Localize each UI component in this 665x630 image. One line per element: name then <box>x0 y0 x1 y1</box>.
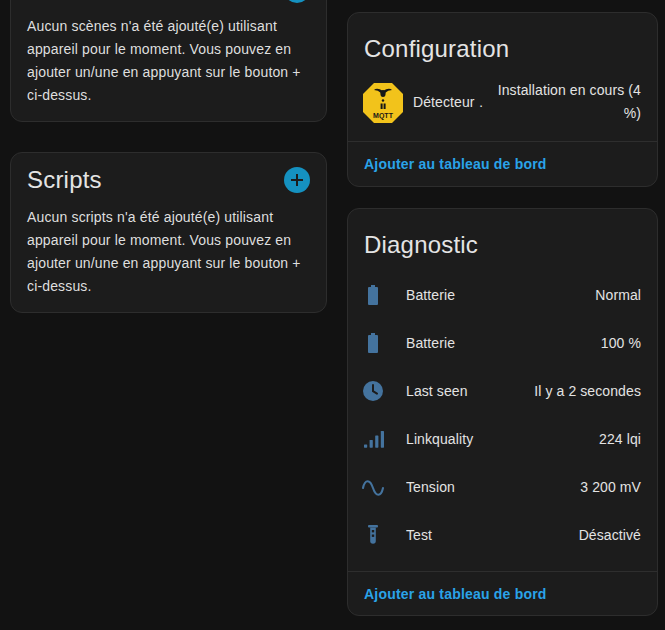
entity-value: 224 lqi <box>599 428 641 451</box>
signal-icon <box>361 427 385 451</box>
add-to-dashboard-link[interactable]: Ajouter au tableau de bord <box>364 586 547 602</box>
entity-label: Batterie <box>406 287 595 303</box>
battery-icon <box>361 283 385 307</box>
diagnostic-rows: Batterie Normal Batterie 100 % Last seen <box>348 271 657 559</box>
add-to-dashboard-link[interactable]: Ajouter au tableau de bord <box>364 156 547 172</box>
entity-label: Batterie <box>406 335 601 351</box>
scripts-card-header: Scripts <box>11 153 326 194</box>
entity-row-battery-state[interactable]: Batterie Normal <box>348 271 657 319</box>
entity-label: Last seen <box>406 383 534 399</box>
test-tube-icon <box>361 523 385 547</box>
scripts-card-title: Scripts <box>27 166 102 194</box>
configuration-card-title: Configuration <box>348 13 657 63</box>
battery-icon <box>361 331 385 355</box>
scenes-empty-text: Aucun scènes n'a été ajouté(e) utilisant… <box>11 3 326 123</box>
plus-icon <box>290 173 304 187</box>
entity-value: Il y a 2 secondes <box>534 380 641 403</box>
entity-value: 100 % <box>601 332 641 355</box>
zigbee2mqtt-icon: MQTT <box>361 79 405 125</box>
clock-icon <box>361 379 385 403</box>
entity-row-test[interactable]: Test Désactivé <box>348 511 657 559</box>
device-page: Aucun scènes n'a été ajouté(e) utilisant… <box>0 0 665 630</box>
entity-value: 3 200 mV <box>580 476 641 499</box>
entity-label: Détecteur … <box>413 94 483 110</box>
entity-value: Normal <box>595 284 641 307</box>
entity-value: Désactivé <box>579 524 641 547</box>
sine-wave-icon <box>361 475 385 499</box>
entity-label: Linkquality <box>406 431 599 447</box>
configuration-card-footer: Ajouter au tableau de bord <box>348 141 657 186</box>
entity-label: Test <box>406 527 579 543</box>
add-script-button[interactable] <box>284 167 310 193</box>
scripts-empty-text: Aucun scripts n'a été ajouté(e) utilisan… <box>11 194 326 314</box>
entity-value: Installation en cours (4 %) <box>483 79 641 125</box>
scenes-card: Aucun scènes n'a été ajouté(e) utilisant… <box>10 0 327 122</box>
diagnostic-card: Diagnostic Batterie Normal Batterie 100 … <box>347 208 658 616</box>
entity-row-last-seen[interactable]: Last seen Il y a 2 secondes <box>348 367 657 415</box>
entity-row-battery-percent[interactable]: Batterie 100 % <box>348 319 657 367</box>
svg-text:MQTT: MQTT <box>373 112 394 120</box>
diagnostic-card-title: Diagnostic <box>348 209 657 259</box>
diagnostic-card-footer: Ajouter au tableau de bord <box>348 571 657 616</box>
entity-label: Tension <box>406 479 580 495</box>
configuration-card: Configuration MQTT Détecteur … Installat… <box>347 12 658 187</box>
entity-row-update[interactable]: MQTT Détecteur … Installation en cours (… <box>348 73 657 131</box>
scripts-card: Scripts Aucun scripts n'a été ajouté(e) … <box>10 152 327 313</box>
entity-row-tension[interactable]: Tension 3 200 mV <box>348 463 657 511</box>
entity-row-linkquality[interactable]: Linkquality 224 lqi <box>348 415 657 463</box>
